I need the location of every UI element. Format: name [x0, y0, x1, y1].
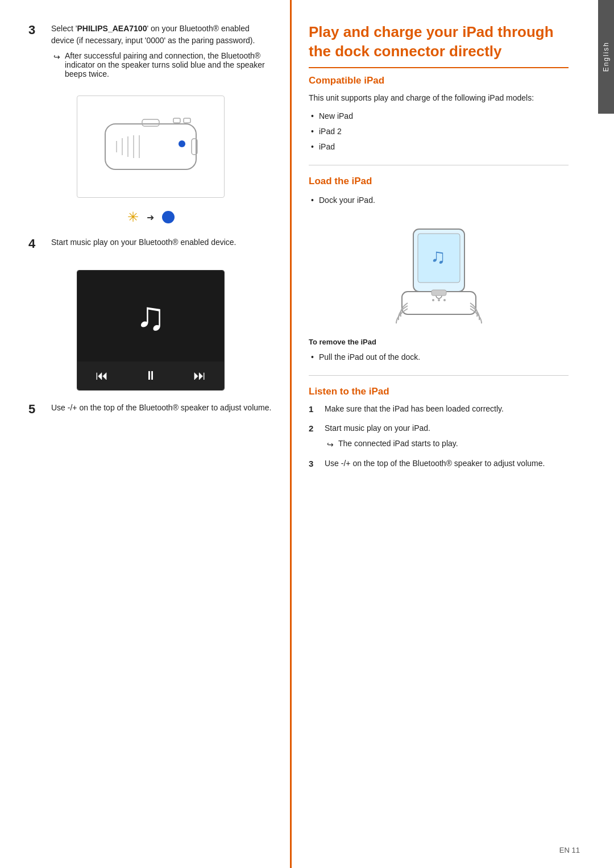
listen-step-1-text: Make sure that the iPad has been loaded … [325, 403, 569, 415]
bt-transition-arrow: ➜ [147, 212, 154, 223]
step-5-block: 5 Use -/+ on the top of the Bluetooth® s… [28, 402, 273, 418]
listen-step-2-num: 2 [309, 422, 321, 435]
divider-2 [309, 375, 569, 376]
speaker-svg [88, 107, 213, 186]
svg-rect-8 [184, 118, 190, 123]
side-tab: English [598, 0, 614, 114]
bt-indicator-row: ✳ ➜ [28, 209, 273, 225]
bt-circle-solid [162, 211, 175, 223]
listen-step-1: 1 Make sure that the iPad has been loade… [309, 403, 569, 416]
listen-steps-list: 1 Make sure that the iPad has been loade… [309, 403, 569, 471]
compatible-list: New iPad iPad 2 iPad [309, 109, 569, 155]
compatible-intro: This unit supports play and charge of th… [309, 92, 569, 104]
step-4-text: Start music play on your Bluetooth® enab… [51, 236, 273, 248]
footer: EN 11 [559, 846, 580, 854]
svg-rect-6 [142, 119, 159, 126]
step-3-text: Select 'PHILIPS_AEA7100' on your Bluetoo… [51, 23, 273, 47]
step-3-arrow-item: ↪ After successful pairing and connectio… [53, 51, 273, 78]
list-item-ipad: iPad [309, 139, 569, 155]
step-4-block: 4 Start music play on your Bluetooth® en… [28, 236, 273, 253]
svg-text:♫: ♫ [430, 244, 446, 268]
list-item-ipad2: iPad 2 [309, 124, 569, 139]
svg-point-19 [443, 299, 446, 301]
prev-button[interactable]: ⏮ [96, 368, 108, 383]
remove-ipad-bullet: Pull the iPad out of the dock. [309, 350, 569, 365]
listen-step-2-content: Start music play on your iPad. ↪ The con… [325, 422, 569, 451]
svg-rect-16 [432, 290, 446, 296]
divider-1 [309, 165, 569, 165]
music-controls-bar: ⏮ ⏸ ⏭ [77, 362, 224, 390]
step-3-content: Select 'PHILIPS_AEA7100' on your Bluetoo… [51, 23, 273, 78]
music-player-illustration: ♫ ⏮ ⏸ ⏭ [77, 270, 225, 391]
page: English 3 Select 'PHILIPS_AEA7100' on yo… [0, 0, 614, 868]
speaker-illustration [77, 95, 225, 198]
dock-svg: ♫ [379, 225, 499, 330]
compatible-ipad-title: Compatible iPad [309, 75, 569, 86]
listen-step-2: 2 Start music play on your iPad. ↪ The c… [309, 422, 569, 451]
step-3-number: 3 [28, 23, 45, 78]
pause-button[interactable]: ⏸ [144, 368, 157, 383]
load-ipad-list: Dock your iPad. [309, 193, 569, 208]
dock-ipad-bullet: Dock your iPad. [309, 193, 569, 208]
remove-ipad-list: Pull the iPad out of the dock. [309, 350, 569, 365]
footer-text: EN 11 [559, 846, 580, 854]
list-item-new-ipad: New iPad [309, 109, 569, 124]
bt-sun-icon: ✳ [127, 209, 139, 225]
main-title: Play and charge your iPad through the do… [309, 23, 569, 68]
step-5-content: Use -/+ on the top of the Bluetooth® spe… [51, 402, 273, 418]
step-5-number: 5 [28, 402, 45, 418]
listen-step-3-num: 3 [309, 458, 321, 471]
svg-point-17 [432, 299, 434, 301]
step-3-arrow-text: After successful pairing and connection,… [65, 51, 273, 78]
next-button[interactable]: ⏭ [193, 368, 206, 383]
right-column: Play and charge your iPad through the do… [290, 0, 597, 868]
dock-illustration: ♫ [376, 216, 501, 330]
listen-step-2-text: Start music play on your iPad. [325, 423, 430, 433]
remove-ipad-title: To remove the iPad [309, 338, 569, 346]
listen-step-2-arrow: ↪ The connected iPad starts to play. [327, 438, 569, 451]
svg-rect-7 [173, 118, 180, 123]
step-3-block: 3 Select 'PHILIPS_AEA7100' on your Bluet… [28, 23, 273, 78]
music-note-large-icon: ♫ [136, 293, 166, 339]
side-tab-label: English [602, 41, 610, 72]
svg-point-18 [438, 299, 440, 301]
step-4-number: 4 [28, 236, 45, 253]
left-column: 3 Select 'PHILIPS_AEA7100' on your Bluet… [0, 0, 290, 868]
listen-step-1-num: 1 [309, 403, 321, 416]
step-5-text: Use -/+ on the top of the Bluetooth® spe… [51, 402, 273, 414]
step-4-content: Start music play on your Bluetooth® enab… [51, 236, 273, 253]
music-screen: ♫ [77, 271, 224, 362]
listen-step-2-arrow-text: The connected iPad starts to play. [338, 438, 458, 450]
listen-ipad-title: Listen to the iPad [309, 386, 569, 397]
svg-point-9 [179, 140, 185, 147]
load-ipad-title: Load the iPad [309, 176, 569, 187]
arrow-symbol: ↪ [53, 52, 60, 61]
arrow-symbol-2: ↪ [327, 439, 334, 451]
listen-step-3: 3 Use -/+ on the top of the Bluetooth® s… [309, 458, 569, 471]
listen-step-3-text: Use -/+ on the top of the Bluetooth® spe… [325, 458, 569, 470]
brand-name: PHILIPS_AEA7100 [77, 24, 147, 33]
